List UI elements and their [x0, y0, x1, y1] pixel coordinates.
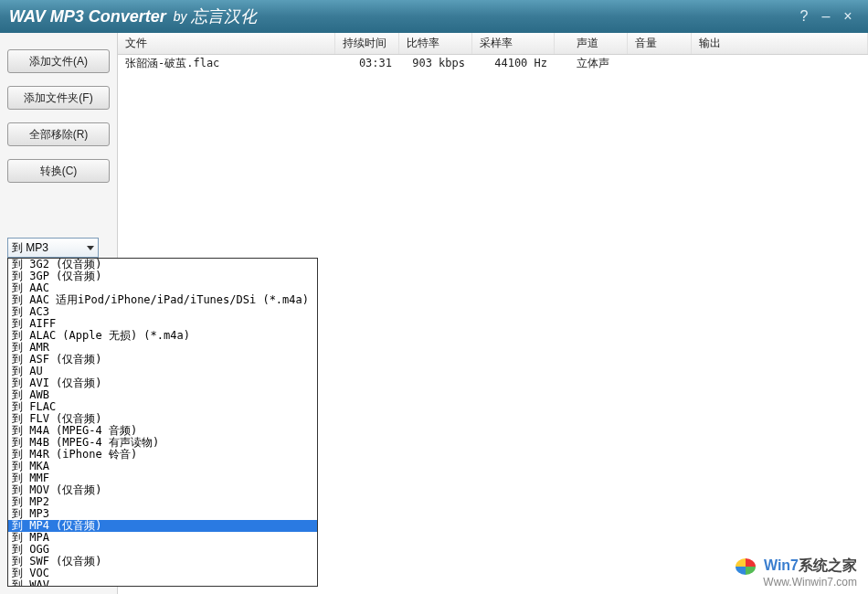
format-option[interactable]: 到 WAV	[8, 579, 317, 587]
convert-button[interactable]: 转换(C)	[7, 159, 110, 183]
format-option[interactable]: 到 M4R (iPhone 铃音)	[8, 449, 317, 461]
cell-bitrate: 903 kbps	[399, 57, 472, 69]
col-volume[interactable]: 音量	[628, 33, 692, 54]
minimize-button[interactable]: –	[815, 8, 837, 25]
col-duration[interactable]: 持续时间	[335, 33, 399, 54]
cell-channel: 立体声	[555, 56, 628, 71]
col-output[interactable]: 输出	[692, 33, 868, 54]
chevron-down-icon	[87, 246, 94, 250]
format-dropdown[interactable]: 到 3G2 (仅音频)到 3GP (仅音频)到 AAC到 AAC 适用iPod/…	[7, 258, 318, 587]
cell-samplerate: 44100 Hz	[472, 57, 555, 69]
format-value: MP3	[26, 241, 48, 254]
close-button[interactable]: ×	[837, 8, 859, 25]
table-row[interactable]: 张韶涵-破茧.flac 03:31 903 kbps 44100 Hz 立体声	[118, 55, 868, 71]
title-brand: 忘言汉化	[191, 5, 257, 27]
format-option[interactable]: 到 MP2	[8, 496, 317, 508]
format-option[interactable]: 到 MKA	[8, 461, 317, 472]
format-option[interactable]: 到 SWF (仅音频)	[8, 556, 317, 567]
col-bitrate[interactable]: 比特率	[399, 33, 472, 54]
format-option[interactable]: 到 MP4 (仅音频)	[8, 520, 317, 532]
format-option[interactable]: 到 ALAC (Apple 无损) (*.m4a)	[8, 330, 317, 342]
table-header: 文件 持续时间 比特率 采样率 声道 音量 输出	[118, 33, 868, 55]
col-file[interactable]: 文件	[118, 33, 335, 54]
format-option[interactable]: 到 MOV (仅音频)	[8, 484, 317, 496]
add-file-button[interactable]: 添加文件(A)	[7, 49, 110, 73]
help-button[interactable]: ?	[793, 8, 815, 25]
cell-duration: 03:31	[335, 57, 399, 69]
format-option[interactable]: 到 MPA	[8, 532, 317, 544]
format-option[interactable]: 到 3GP (仅音频)	[8, 270, 317, 282]
col-channel[interactable]: 声道	[555, 33, 628, 54]
app-title: WAV MP3 Converter	[9, 7, 166, 27]
col-samplerate[interactable]: 采样率	[472, 33, 555, 54]
format-option[interactable]: 到 AAC 适用iPod/iPhone/iPad/iTunes/DSi (*.m…	[8, 294, 317, 306]
remove-all-button[interactable]: 全部移除(R)	[7, 122, 110, 146]
cell-file: 张韶涵-破茧.flac	[118, 56, 335, 71]
format-option[interactable]: 到 AVI (仅音频)	[8, 377, 317, 389]
title-by: by	[174, 9, 187, 24]
format-option[interactable]: 到 ASF (仅音频)	[8, 354, 317, 366]
format-prefix: 到	[12, 240, 23, 256]
format-combobox[interactable]: 到 MP3	[7, 238, 99, 258]
add-folder-button[interactable]: 添加文件夹(F)	[7, 86, 110, 110]
titlebar: WAV MP3 Converter by 忘言汉化 ? – ×	[0, 0, 868, 33]
format-option[interactable]: 到 VOC	[8, 567, 317, 579]
